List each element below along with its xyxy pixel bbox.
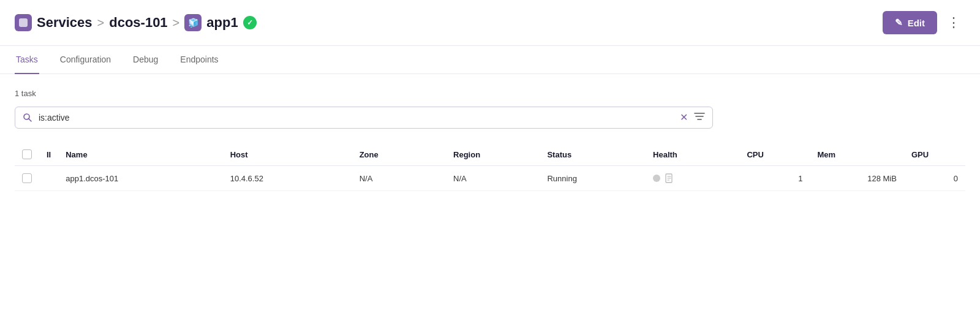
breadcrumb: Services > dcos-101 > 🧊 app1 ✓ <box>15 14 257 31</box>
search-filter-button[interactable] <box>694 112 705 123</box>
search-icon <box>23 113 32 122</box>
row-status: Running <box>540 166 646 191</box>
th-health[interactable]: Health <box>646 143 739 166</box>
table-row: app1.dcos-101 10.4.6.52 N/A N/A Running <box>15 166 965 191</box>
tab-endpoints[interactable]: Endpoints <box>179 46 219 74</box>
table-body: app1.dcos-101 10.4.6.52 N/A N/A Running <box>15 166 965 191</box>
th-region[interactable]: Region <box>446 143 540 166</box>
row-checkbox-cell <box>15 166 39 191</box>
doc-icon <box>665 173 674 183</box>
th-cpu[interactable]: CPU <box>739 143 810 166</box>
th-name[interactable]: Name <box>58 143 222 166</box>
tab-debug[interactable]: Debug <box>132 46 159 74</box>
th-gpu[interactable]: GPU <box>904 143 965 166</box>
pencil-icon: ✎ <box>895 17 903 28</box>
breadcrumb-sep-1: > <box>97 16 105 30</box>
th-zone[interactable]: Zone <box>352 143 446 166</box>
tasks-table: II Name Host Zone Region Status Health C… <box>15 143 965 191</box>
search-clear-button[interactable]: ✕ <box>680 113 688 122</box>
health-dot-icon <box>653 175 660 182</box>
th-host[interactable]: Host <box>223 143 352 166</box>
row-zone: N/A <box>352 166 446 191</box>
th-checkbox <box>15 143 39 166</box>
app-status-badge: ✓ <box>243 16 257 29</box>
row-name: app1.dcos-101 <box>58 166 222 191</box>
row-health <box>646 166 739 191</box>
select-all-checkbox[interactable] <box>22 149 32 159</box>
breadcrumb-app1: app1 <box>206 15 238 31</box>
th-id: II <box>39 143 58 166</box>
breadcrumb-services[interactable]: Services <box>37 15 92 31</box>
row-host: 10.4.6.52 <box>223 166 352 191</box>
table-header: II Name Host Zone Region Status Health C… <box>15 143 965 166</box>
edit-button[interactable]: ✎ Edit <box>883 11 937 34</box>
tab-tasks[interactable]: Tasks <box>15 46 39 74</box>
row-gpu: 0 <box>904 166 965 191</box>
breadcrumb-sep-2: > <box>173 16 180 30</box>
more-options-button[interactable]: ⋮ <box>942 10 965 36</box>
tabs-bar: Tasks Configuration Debug Endpoints <box>0 46 980 74</box>
th-status[interactable]: Status <box>540 143 646 166</box>
main-content: 1 task ✕ II Name Host Zone <box>0 74 980 206</box>
row-id <box>39 166 58 191</box>
edit-label: Edit <box>908 18 925 28</box>
th-mem[interactable]: Mem <box>810 143 903 166</box>
task-count: 1 task <box>15 89 965 98</box>
row-checkbox[interactable] <box>22 173 32 183</box>
svg-line-1 <box>29 119 31 121</box>
row-mem: 128 MiB <box>810 166 903 191</box>
row-cpu: 1 <box>739 166 810 191</box>
app1-icon: 🧊 <box>184 14 202 31</box>
search-input[interactable] <box>39 113 674 122</box>
page-header: Services > dcos-101 > 🧊 app1 ✓ ✎ Edit ⋮ <box>0 0 980 46</box>
search-bar: ✕ <box>15 107 713 129</box>
tab-configuration[interactable]: Configuration <box>59 46 112 74</box>
header-actions: ✎ Edit ⋮ <box>883 10 965 36</box>
breadcrumb-dcos[interactable]: dcos-101 <box>109 15 167 31</box>
row-region: N/A <box>446 166 540 191</box>
services-icon <box>15 14 32 31</box>
